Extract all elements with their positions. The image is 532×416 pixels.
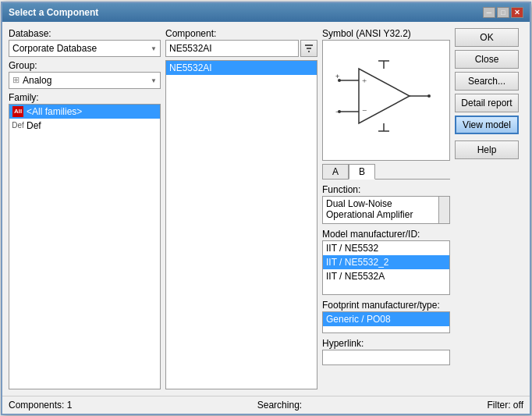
help-button[interactable]: Help [455,140,519,159]
symbol-display: + − + [322,40,450,161]
component-input-row [165,40,317,57]
footprint-manufacturer-label: Footprint manufacturer/type: [322,300,450,311]
main-content-row: Database: Corporate Database ▼ Group: ⊞ [9,28,523,389]
footer-filter: Filter: off [488,400,523,411]
function-section: Function: Dual Low-Noise Operational Amp… [322,183,450,224]
right-panel: Symbol (ANSI Y32.2) [322,28,450,389]
mfr-item-ne5532-2[interactable]: IIT / NE5532_2 [323,255,449,269]
svg-text:−: − [335,108,339,116]
family-item-def[interactable]: Def Def [9,119,160,133]
footer-bar: Components: 1 Searching: Filter: off [2,396,530,414]
footprint-item-generic-po08[interactable]: Generic / PO08 [323,312,449,326]
family-item-def-label: Def [27,120,41,131]
svg-point-15 [427,94,431,98]
dialog-body: Database: Corporate Database ▼ Group: ⊞ [2,22,530,396]
footprint-manufacturer-list[interactable]: Generic / PO08 [322,311,450,333]
database-dropdown-wrapper: Corporate Database ▼ [9,40,161,57]
database-value: Corporate Database [12,43,97,54]
database-dropdown[interactable]: Corporate Database ▼ [9,40,161,57]
svg-text:+: + [362,76,367,85]
close-button[interactable]: Close [455,50,519,69]
function-value-box: Dual Low-Noise Operational Amplifier [322,196,450,224]
footer-searching: Searching: [257,400,302,411]
component-section: Component: [165,28,317,57]
svg-text:+: + [335,73,339,80]
select-component-dialog: Select a Component ─ □ ✕ Database: Corpo… [1,2,531,415]
detail-report-button[interactable]: Detail report [455,94,519,112]
title-bar-buttons: ─ □ ✕ [483,7,523,18]
tab-a-label: A [332,166,339,177]
database-section: Database: Corporate Database ▼ [9,28,161,57]
dialog-title: Select a Component [9,7,98,18]
symbol-title: Symbol (ANSI Y32.2) [322,28,450,39]
svg-rect-0 [305,44,313,46]
mfr-item-ne5532[interactable]: IIT / NE5532 [323,241,449,255]
all-icon: All [12,106,23,117]
mfr-item-ne5532a[interactable]: IIT / NE5532A [323,269,449,283]
footprint-manufacturer-section: Footprint manufacturer/type: Generic / P… [322,298,450,333]
maximize-button[interactable]: □ [497,7,509,18]
family-label: Family: [9,92,161,103]
svg-rect-2 [308,51,310,52]
minimize-button[interactable]: ─ [483,7,495,18]
view-model-button[interactable]: View model [455,116,519,134]
svg-rect-1 [307,48,311,49]
component-input[interactable] [165,40,299,57]
family-list[interactable]: All <All families> Def Def [9,104,161,389]
tab-b-label: B [359,166,365,177]
group-value: Analog [23,75,51,86]
opamp-symbol: + − + [335,57,437,143]
family-item-all-label: <All families> [27,106,82,117]
tabs-row: A B [322,164,450,180]
close-window-button[interactable]: ✕ [511,7,523,18]
def-icon: Def [12,120,23,131]
buttons-panel: OK Close Search... Detail report View mo… [455,28,523,389]
function-label: Function: [322,184,450,195]
hyperlink-label: Hyperlink: [322,338,450,349]
model-manufacturer-label: Model manufacturer/ID: [322,229,450,240]
tab-a[interactable]: A [322,164,349,180]
function-value: Dual Low-Noise Operational Amplifier [326,198,413,220]
function-scrollbar[interactable] [438,197,449,223]
left-panel: Database: Corporate Database ▼ Group: ⊞ [9,28,161,389]
group-icon: ⊞ [12,75,20,85]
component-list-item[interactable]: NE5532AI [166,61,317,75]
group-section: Group: ⊞ Analog ▼ [9,60,161,89]
footer-components: Components: 1 [9,400,72,411]
tab-b[interactable]: B [349,164,375,180]
database-dropdown-arrow: ▼ [151,44,157,52]
symbol-section: Symbol (ANSI Y32.2) [322,28,450,161]
search-button[interactable]: Search... [455,72,519,91]
family-section: Family: All <All families> Def [9,92,161,389]
group-label: Group: [9,60,161,71]
group-dropdown-arrow: ▼ [151,76,157,84]
ok-button[interactable]: OK [455,28,519,47]
middle-panel: Component: [165,28,317,389]
group-dropdown-wrapper: ⊞ Analog ▼ [9,72,161,89]
group-dropdown[interactable]: ⊞ Analog ▼ [9,72,161,89]
filter-icon [304,44,314,53]
component-list[interactable]: NE5532AI [165,60,317,389]
svg-text:−: − [362,105,367,115]
title-bar: Select a Component ─ □ ✕ [2,3,530,22]
component-list-item-label: NE5532AI [169,62,212,73]
hyperlink-section: Hyperlink: [322,336,450,365]
component-label: Component: [165,28,317,39]
model-manufacturer-list[interactable]: IIT / NE5532 IIT / NE5532_2 IIT / NE5532… [322,240,450,295]
family-item-all[interactable]: All <All families> [9,105,160,119]
hyperlink-value-box [322,350,450,365]
component-filter-button[interactable] [300,40,317,57]
model-manufacturer-section: Model manufacturer/ID: IIT / NE5532 IIT … [322,227,450,295]
database-label: Database: [9,28,161,39]
